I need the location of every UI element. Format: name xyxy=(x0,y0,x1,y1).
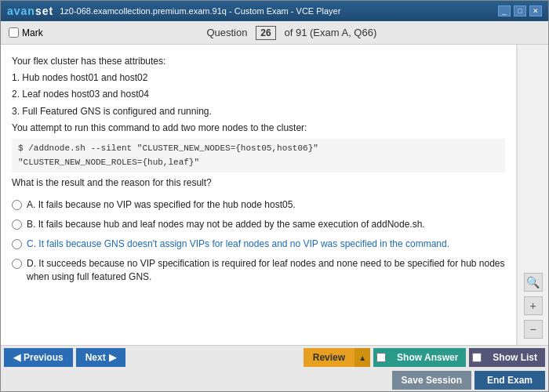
window-controls: _ □ ✕ xyxy=(498,5,542,16)
window-title: 1z0-068.examcollection.premium.exam.91q … xyxy=(60,6,340,16)
previous-button[interactable]: ◀ Previous xyxy=(4,348,73,367)
attr-2: 2. Leaf nodes host03 and host04 xyxy=(12,87,505,102)
search-icon[interactable]: 🔍 xyxy=(524,273,543,292)
command-intro: You attempt to run this command to add t… xyxy=(12,121,505,136)
end-exam-button[interactable]: End Exam xyxy=(474,371,545,390)
main-window: avanset 1z0-068.examcollection.premium.e… xyxy=(0,0,549,392)
review-dropdown-button[interactable]: ▲ xyxy=(354,348,370,367)
mark-control[interactable]: Mark xyxy=(9,27,43,38)
content-area: Your flex cluster has these attributes: … xyxy=(1,45,548,345)
show-answer-checkbox-area[interactable] xyxy=(373,348,389,367)
minimize-button[interactable]: _ xyxy=(498,5,511,16)
option-a-text: A. It fails because no VIP was specified… xyxy=(27,198,296,212)
show-answer-button[interactable]: Show Answer xyxy=(389,348,466,367)
maximize-button[interactable]: □ xyxy=(514,5,526,16)
bottom-row2: Save Session End Exam xyxy=(1,369,548,391)
show-list-checkbox[interactable] xyxy=(472,353,482,362)
option-c-text: C. It fails because GNS doesn't assign V… xyxy=(27,238,449,251)
close-button[interactable]: ✕ xyxy=(529,5,542,16)
show-answer-checkbox[interactable] xyxy=(376,353,386,362)
options-list: A. It fails because no VIP was specified… xyxy=(12,198,505,283)
toolbar: Mark Question 26 of 91 (Exam A, Q66) xyxy=(1,21,548,45)
command-line2: "CLUSTER_NEW_NODE_ROLES={hub,leaf}" xyxy=(18,156,499,170)
bottom-bar: ◀ Previous Next ▶ Review ▲ Show Answer xyxy=(1,345,548,391)
bottom-row1: ◀ Previous Next ▶ Review ▲ Show Answer xyxy=(1,346,548,369)
option-b[interactable]: B. It fails because hub and leaf nodes m… xyxy=(12,218,505,231)
show-answer-group: Show Answer xyxy=(373,348,466,367)
review-button[interactable]: Review xyxy=(304,348,354,367)
attr-3: 3. Full Featured GNS is configured and r… xyxy=(12,104,505,119)
review-group: Review ▲ xyxy=(304,348,370,367)
question-info: Question 26 of 91 (Exam A, Q66) xyxy=(43,26,540,40)
option-a[interactable]: A. It fails because no VIP was specified… xyxy=(12,198,505,212)
save-session-button[interactable]: Save Session xyxy=(392,371,471,390)
option-d[interactable]: D. It succeeds because no VIP specificat… xyxy=(12,257,505,284)
next-button[interactable]: Next ▶ xyxy=(76,348,125,367)
prompt-text: What is the result and the reason for th… xyxy=(12,176,505,191)
title-bar: avanset 1z0-068.examcollection.premium.e… xyxy=(1,1,548,21)
title-bar-left: avanset 1z0-068.examcollection.premium.e… xyxy=(7,5,340,17)
radio-c[interactable] xyxy=(12,239,22,249)
attr-1: 1. Hub nodes host01 and host02 xyxy=(12,71,505,85)
intro-text: Your flex cluster has these attributes: xyxy=(12,54,505,69)
question-label: Question xyxy=(206,27,247,38)
question-total: of 91 (Exam A, Q66) xyxy=(284,27,376,38)
mark-checkbox[interactable] xyxy=(9,27,19,38)
zoom-out-icon[interactable]: − xyxy=(524,320,543,339)
question-text: Your flex cluster has these attributes: … xyxy=(12,54,505,191)
show-list-checkbox-area[interactable] xyxy=(469,348,485,367)
question-panel: Your flex cluster has these attributes: … xyxy=(1,45,517,345)
show-list-group: Show List xyxy=(469,348,545,367)
option-c[interactable]: C. It fails because GNS doesn't assign V… xyxy=(12,238,505,251)
sidebar-panel: 🔍 + − xyxy=(517,45,548,345)
option-d-text: D. It succeeds because no VIP specificat… xyxy=(27,257,505,284)
show-list-button[interactable]: Show List xyxy=(485,348,545,367)
app-logo: avanset xyxy=(7,5,53,17)
zoom-in-icon[interactable]: + xyxy=(524,296,543,315)
radio-d[interactable] xyxy=(12,259,22,269)
option-b-text: B. It fails because hub and leaf nodes m… xyxy=(27,218,425,231)
radio-b[interactable] xyxy=(12,220,22,230)
radio-a[interactable] xyxy=(12,200,22,210)
mark-label: Mark xyxy=(22,27,43,38)
question-number: 26 xyxy=(256,26,275,40)
command-block: $ /addnode.sh --silent "CLUSTER_NEW_NODE… xyxy=(12,139,505,172)
command-line1: $ /addnode.sh --silent "CLUSTER_NEW_NODE… xyxy=(18,142,499,156)
